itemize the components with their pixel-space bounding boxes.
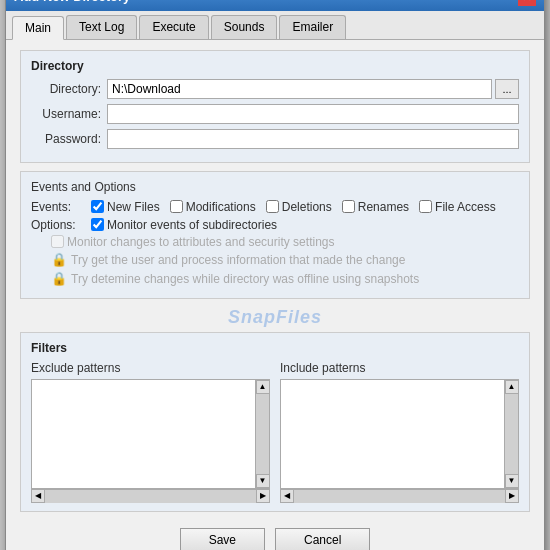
main-content: Directory Directory: ... Username: Passw… <box>6 40 544 551</box>
exclude-textarea-container: ▲ ▼ ◀ ▶ <box>31 379 270 503</box>
tab-sounds[interactable]: Sounds <box>211 15 278 39</box>
option-monitor-subdirs-checkbox[interactable] <box>91 218 104 231</box>
directory-section: Directory Directory: ... Username: Passw… <box>20 50 530 163</box>
include-textarea-container: ▲ ▼ ◀ ▶ <box>280 379 519 503</box>
title-bar: Add New Directory ✕ <box>6 0 544 11</box>
directory-label: Directory: <box>31 82 101 96</box>
exclude-patterns-label: Exclude patterns <box>31 361 270 375</box>
events-label: Events: <box>31 200 91 214</box>
events-row: Events: New Files Modifications Deletion… <box>31 200 519 214</box>
password-input[interactable] <box>107 129 519 149</box>
bottom-buttons: Save Cancel <box>20 520 530 551</box>
include-textarea-inner: ▲ ▼ <box>280 379 519 489</box>
include-patterns-label: Include patterns <box>280 361 519 375</box>
username-input[interactable] <box>107 104 519 124</box>
password-field-row: Password: <box>31 129 519 149</box>
option-user-process-text: Try get the user and process information… <box>71 253 405 267</box>
option-monitor-attrs-checkbox <box>51 235 64 248</box>
lock-icon-2: 🔒 <box>51 271 67 287</box>
exclude-vscrollbar[interactable]: ▲ ▼ <box>255 380 269 488</box>
option-snapshots-text: Try detemine changes while directory was… <box>71 272 419 286</box>
include-vscrollbar[interactable]: ▲ ▼ <box>504 380 518 488</box>
username-label: Username: <box>31 107 101 121</box>
directory-input[interactable] <box>107 79 492 99</box>
option-monitor-attrs-row: Monitor changes to attributes and securi… <box>31 235 519 249</box>
include-textarea[interactable] <box>281 380 504 488</box>
tab-emailer[interactable]: Emailer <box>279 15 346 39</box>
filters-row: Exclude patterns ▲ ▼ <box>31 361 519 503</box>
event-renames-checkbox[interactable] <box>342 200 355 213</box>
exclude-scroll-left[interactable]: ◀ <box>31 489 45 503</box>
event-deletions[interactable]: Deletions <box>266 200 332 214</box>
close-button[interactable]: ✕ <box>518 0 536 6</box>
exclude-scroll-right[interactable]: ▶ <box>256 489 270 503</box>
exclude-textarea-inner: ▲ ▼ <box>31 379 270 489</box>
include-scroll-down[interactable]: ▼ <box>505 474 519 488</box>
exclude-textarea-wrapper: ▲ ▼ <box>31 379 270 489</box>
tab-bar: Main Text Log Execute Sounds Emailer <box>6 11 544 40</box>
include-scroll-up[interactable]: ▲ <box>505 380 519 394</box>
directory-section-title: Directory <box>31 59 519 73</box>
include-patterns-group: Include patterns ▲ ▼ <box>280 361 519 503</box>
include-textarea-wrapper: ▲ ▼ <box>280 379 519 489</box>
option-monitor-attrs: Monitor changes to attributes and securi… <box>51 235 334 249</box>
option-user-process-row: 🔒 Try get the user and process informati… <box>31 252 519 268</box>
main-window: Add New Directory ✕ Main Text Log Execut… <box>5 0 545 550</box>
event-file-access[interactable]: File Access <box>419 200 496 214</box>
tab-execute[interactable]: Execute <box>139 15 208 39</box>
window-title: Add New Directory <box>14 0 130 4</box>
events-section: Events and Options Events: New Files Mod… <box>20 171 530 299</box>
filters-section: Filters Exclude patterns ▲ ▼ <box>20 332 530 512</box>
event-new-files[interactable]: New Files <box>91 200 160 214</box>
events-section-title: Events and Options <box>31 180 519 194</box>
include-scroll-right[interactable]: ▶ <box>505 489 519 503</box>
exclude-scroll-up[interactable]: ▲ <box>256 380 270 394</box>
event-modifications[interactable]: Modifications <box>170 200 256 214</box>
watermark: SnapFiles <box>20 307 530 328</box>
tab-main[interactable]: Main <box>12 16 64 40</box>
tab-textlog[interactable]: Text Log <box>66 15 137 39</box>
option-monitor-subdirs[interactable]: Monitor events of subdirectories <box>91 218 277 232</box>
password-label: Password: <box>31 132 101 146</box>
directory-field-row: Directory: ... <box>31 79 519 99</box>
options-label: Options: <box>31 218 91 232</box>
event-modifications-checkbox[interactable] <box>170 200 183 213</box>
exclude-hscrollbar-wrapper: ◀ ▶ <box>31 489 270 503</box>
exclude-textarea[interactable] <box>32 380 255 488</box>
save-button[interactable]: Save <box>180 528 265 551</box>
username-field-row: Username: <box>31 104 519 124</box>
options-row: Options: Monitor events of subdirectorie… <box>31 218 519 232</box>
cancel-button[interactable]: Cancel <box>275 528 370 551</box>
lock-icon-1: 🔒 <box>51 252 67 268</box>
exclude-patterns-group: Exclude patterns ▲ ▼ <box>31 361 270 503</box>
event-deletions-checkbox[interactable] <box>266 200 279 213</box>
include-scroll-left[interactable]: ◀ <box>280 489 294 503</box>
exclude-hscrollbar[interactable] <box>45 489 256 503</box>
event-new-files-checkbox[interactable] <box>91 200 104 213</box>
include-hscrollbar[interactable] <box>294 489 505 503</box>
exclude-scroll-down[interactable]: ▼ <box>256 474 270 488</box>
include-hscrollbar-wrapper: ◀ ▶ <box>280 489 519 503</box>
browse-button[interactable]: ... <box>495 79 519 99</box>
event-renames[interactable]: Renames <box>342 200 409 214</box>
event-file-access-checkbox[interactable] <box>419 200 432 213</box>
option-snapshots-row: 🔒 Try detemine changes while directory w… <box>31 271 519 287</box>
filters-section-title: Filters <box>31 341 519 355</box>
